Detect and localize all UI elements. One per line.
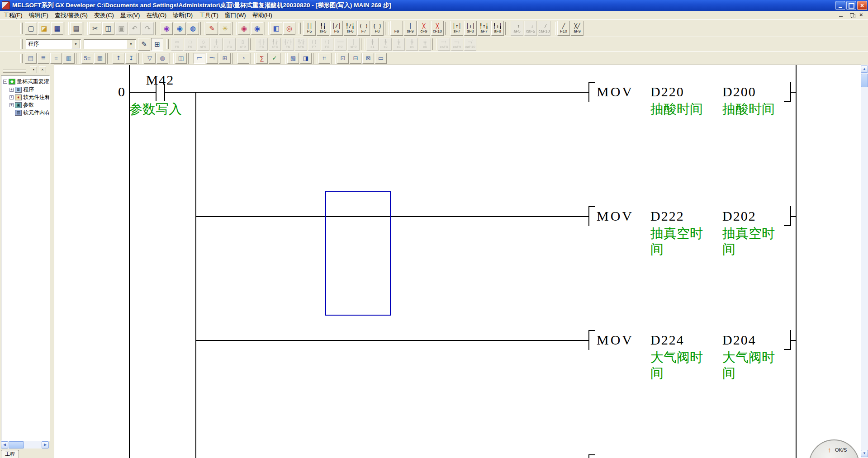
sfc-closed-contact-button[interactable]: ┤/├ F6: [282, 38, 294, 51]
tree-item-parameter[interactable]: + ▣ 参数: [9, 101, 34, 109]
expand-icon[interactable]: +: [9, 88, 14, 92]
parallel-closed-contact-button[interactable]: ┦/┟ sF6: [344, 21, 356, 36]
parallel-rising-pulse-button[interactable]: ┦↑┟ aF7: [478, 21, 490, 36]
tree-item-program[interactable]: + ≣ 程序: [9, 86, 34, 94]
tree-item-device-memory[interactable]: ▥ 软元件内存: [15, 109, 50, 117]
tree-item-device-comment[interactable]: + ♦ 软元件注释: [9, 94, 50, 101]
project-tab[interactable]: 工程: [1, 450, 19, 458]
sfc-rule1-button[interactable]: ╂ c1: [366, 38, 379, 51]
sfc-vline-button[interactable]: │ sF9: [347, 38, 360, 51]
sfc-step-button[interactable]: □ F6: [184, 38, 196, 51]
scrollbar-thumb[interactable]: [9, 441, 24, 449]
zoom-area-button[interactable]: ⊡: [337, 53, 349, 64]
alias-display-button[interactable]: 5≡: [81, 53, 93, 64]
find-string-button[interactable]: ◍: [187, 22, 199, 35]
sfc-end-step-button[interactable]: ▯ sF9: [237, 38, 249, 51]
new-button[interactable]: ▢: [25, 22, 37, 35]
write-mode-button[interactable]: ✎: [206, 22, 218, 35]
coil-button[interactable]: ( ) F7: [357, 21, 370, 36]
instruction-list-button[interactable]: ∑: [256, 53, 268, 64]
expand-icon[interactable]: +: [9, 95, 14, 99]
sfc-jump-button[interactable]: ↓ F8: [223, 38, 236, 51]
sfc-delete2-button[interactable]: ─↓ caF9: [451, 38, 463, 51]
sfc-instruction-button[interactable]: { } F8: [321, 38, 333, 51]
fit-width-button[interactable]: ⊟: [350, 53, 361, 64]
panel-grip[interactable]: [3, 68, 26, 70]
comment-format-button[interactable]: ▧: [287, 53, 299, 64]
open-contact-button[interactable]: ┤├ F5: [303, 21, 316, 36]
draw-line-button[interactable]: ╱ F10: [557, 21, 570, 36]
mdi-restore-button[interactable]: [849, 13, 855, 18]
filter-button[interactable]: ▽: [144, 53, 156, 64]
sfc-ladder-block-button[interactable]: ▭ F5: [171, 38, 183, 51]
sfc-rule3-button[interactable]: ╆ c3: [393, 38, 405, 51]
mdi-close-button[interactable]: ×: [859, 13, 865, 18]
panel-close-button[interactable]: ×: [39, 66, 46, 73]
find-device-button[interactable]: ◉: [161, 22, 173, 35]
comment-write-button[interactable]: ≔: [194, 53, 205, 64]
close-button[interactable]: ×: [857, 1, 867, 10]
copy-button[interactable]: ◫: [102, 22, 114, 35]
open-button[interactable]: ◪: [38, 22, 50, 35]
toolbar-grip[interactable]: [299, 23, 301, 34]
mdi-minimize-button[interactable]: [839, 13, 844, 18]
falling-pulse-button[interactable]: ┤↓├ sF8: [464, 21, 477, 36]
scroll-right-icon[interactable]: ▶: [42, 441, 49, 449]
menu-item[interactable]: 在线(O): [143, 11, 170, 20]
toolbar-grip[interactable]: [20, 54, 23, 63]
sfc-rule5-button[interactable]: ╈ c5: [419, 38, 431, 51]
sfc-open-contact-button[interactable]: ┤├ F5: [256, 38, 268, 51]
sfc-rule2-button[interactable]: ╄ c2: [379, 38, 392, 51]
menu-item[interactable]: 查找/替换(S): [52, 11, 91, 20]
delete-line-button[interactable]: ╳╱ aF9: [571, 21, 583, 36]
program-check-button[interactable]: ◎: [283, 22, 295, 35]
parallel-falling-pulse-button[interactable]: ┦↓┟ aF8: [491, 21, 504, 36]
monitor-start-button[interactable]: ◉: [251, 22, 263, 35]
restore-button[interactable]: [846, 1, 856, 10]
sfc-block-start-button[interactable]: ◇ sF6: [197, 38, 209, 51]
fit-page-button[interactable]: ⊠: [362, 53, 374, 64]
sfc-delete3-button[interactable]: ─/ caF10: [464, 38, 476, 51]
find-instruction-button[interactable]: ◉: [174, 22, 186, 35]
vertical-line-button[interactable]: │ sF9: [404, 21, 417, 36]
device-display-button[interactable]: ▦: [94, 53, 106, 64]
menu-item[interactable]: 窗口(W): [222, 11, 249, 20]
menu-item[interactable]: 变换(C): [91, 11, 117, 20]
tree-root-item[interactable]: − ◆ 量杯式重复灌酸机20030820: [3, 78, 50, 85]
statement-display-button[interactable]: ≡: [50, 53, 62, 64]
collapse-icon[interactable]: −: [3, 80, 7, 84]
grid-display-button[interactable]: ⌗: [318, 53, 330, 64]
tree-horizontal-scrollbar[interactable]: ◀ ▶: [1, 441, 49, 449]
chevron-down-icon[interactable]: ▼: [127, 40, 135, 48]
sfc-transition-button[interactable]: ┼ F7: [210, 38, 223, 51]
program-select[interactable]: 程序 ▼: [26, 39, 81, 49]
comment-display-button[interactable]: ≣: [38, 53, 49, 64]
print-button[interactable]: ▤: [70, 22, 82, 35]
ladder-vertical-scrollbar[interactable]: ▲ ▼: [861, 65, 868, 458]
window-layout-button[interactable]: ◫: [175, 53, 187, 64]
menu-item[interactable]: 工具(T): [196, 11, 222, 20]
undo-button[interactable]: ↶: [128, 22, 141, 35]
statement-write-button[interactable]: ≕: [206, 53, 218, 64]
scrollbar-thumb[interactable]: [861, 74, 868, 87]
device-test-button[interactable]: ◉: [238, 22, 250, 35]
menu-item[interactable]: 编辑(E): [26, 11, 52, 20]
sfc-parallel-open-button[interactable]: ┦┟ sF5: [269, 38, 281, 51]
scroll-up-icon[interactable]: ▲: [861, 66, 868, 73]
zoom-button[interactable]: ◔: [237, 53, 249, 64]
find-step-button[interactable]: ◍: [157, 53, 168, 64]
rising-pulse-button[interactable]: ┤↑├ sF7: [451, 21, 463, 36]
toolbar-grip[interactable]: [166, 39, 169, 49]
scroll-left-icon[interactable]: ◀: [1, 441, 8, 449]
menu-item[interactable]: 帮助(H): [249, 11, 275, 20]
selection-cursor[interactable]: [325, 191, 391, 316]
project-data-list-button[interactable]: ▤: [25, 53, 37, 64]
note-display-button[interactable]: ▥: [63, 53, 75, 64]
op-falling-pulse-button[interactable]: ─↓ caF5: [524, 21, 537, 36]
expand-icon[interactable]: +: [9, 103, 14, 107]
menu-item[interactable]: 诊断(D): [170, 11, 196, 20]
application-instruction-button[interactable]: { } F8: [371, 21, 384, 36]
paste-button[interactable]: ▣: [115, 22, 128, 35]
find-device-combo[interactable]: ▼: [84, 39, 136, 49]
toolbar-grip[interactable]: [20, 23, 23, 34]
